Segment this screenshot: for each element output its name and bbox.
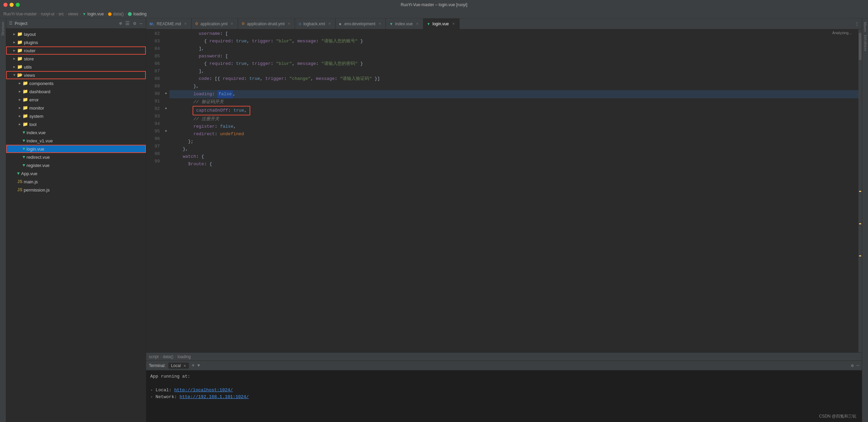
vue-file-icon-index: ▼ (23, 130, 25, 135)
code-line-93: // 注册开关 (169, 115, 858, 123)
maximize-button[interactable] (16, 3, 20, 7)
folder-icon-store: 📁 (17, 56, 23, 61)
terminal-tab-local[interactable]: Local ✕ (168, 363, 189, 369)
tree-arrow-tool: ▶ (17, 122, 23, 126)
tab-close-index-vue[interactable]: ✕ (415, 22, 420, 26)
tab-close-application-druid[interactable]: ✕ (286, 22, 291, 26)
tree-label-redirect-vue: redirect.vue (27, 155, 50, 160)
tree-item-permission-js[interactable]: JS permission.js (6, 186, 146, 194)
breadcrumb-loading[interactable]: loading (133, 12, 146, 16)
maven-label[interactable]: Maven (863, 22, 867, 32)
tree-label-views: views (24, 73, 35, 78)
gutter-91 (163, 97, 169, 104)
terminal-line-network: - Network: http://192.168.1.101:1024/ (150, 394, 858, 400)
breadcrumb-views[interactable]: views (68, 12, 78, 16)
project-panel-expand-icon[interactable]: ☰ (9, 21, 13, 26)
tree-item-utils[interactable]: ▶ 📁 utils (6, 63, 146, 71)
tree-label-main-js: main.js (24, 179, 38, 184)
editor-scrollbar[interactable] (858, 29, 862, 352)
tree-arrow-system: ▶ (17, 114, 23, 118)
tree-label-dashboard: dashboard (29, 89, 50, 94)
tree-item-tool[interactable]: ▶ 📁 tool (6, 120, 146, 128)
tree-item-layout[interactable]: ▶ 📁 layout (6, 30, 146, 38)
tab-readme[interactable]: M↓ README.md ✕ (146, 18, 192, 29)
gutter-86 (163, 59, 169, 67)
status-breadcrumb-script: script (149, 354, 159, 359)
structure-label[interactable]: Structure (1, 22, 5, 36)
tab-more-button[interactable]: ⋮ (852, 21, 862, 27)
code-line-95: redirect: undefined (169, 130, 858, 138)
vue-file-icon-register: ▼ (23, 163, 25, 168)
tree-item-login-vue[interactable]: ▼ login.vue (6, 145, 146, 153)
editor-content[interactable]: Analyzing... 82 83 84 85 86 87 88 89 90 … (146, 29, 862, 352)
tree-item-components[interactable]: ▶ 📁 components (6, 79, 146, 87)
terminal-tab-close[interactable]: ✕ (183, 364, 186, 368)
code-line-86: { required: true, trigger: "blur", messa… (169, 60, 858, 68)
tree-item-error[interactable]: ▶ 📁 error (6, 96, 146, 104)
code-line-88: code: [{ required: true, trigger: "chang… (169, 75, 858, 83)
breadcrumb-login-vue[interactable]: login.vue (87, 12, 104, 16)
terminal-add-button[interactable]: + (192, 363, 195, 369)
panel-close-btn[interactable]: — (139, 20, 143, 27)
gutter-85 (163, 52, 169, 59)
tree-item-system[interactable]: ▶ 📁 system (6, 112, 146, 120)
tree-item-main-js[interactable]: JS main.js (6, 178, 146, 186)
panel-locate-btn[interactable]: ⊕ (118, 20, 123, 27)
tree-item-redirect-vue[interactable]: ▼ redirect.vue (6, 153, 146, 161)
tree-arrow-router: ▶ (12, 48, 17, 53)
tree-item-plugins[interactable]: ▶ 📁 plugins (6, 38, 146, 46)
analyzing-badge: Analyzing... (832, 31, 852, 35)
tab-label-application-druid: application-druid.yml (247, 22, 284, 26)
captcha-red-box: captchaOnOff: true, (193, 106, 250, 115)
minimize-button[interactable] (10, 3, 14, 7)
folder-icon-dashboard: 📁 (23, 89, 28, 94)
tree-item-monitor[interactable]: ▶ 📁 monitor (6, 104, 146, 112)
breadcrumb-data[interactable]: data() (113, 12, 124, 16)
tab-logback-xml[interactable]: ◇ logback.xml ✕ (295, 18, 335, 29)
breadcrumb-src[interactable]: src (58, 12, 64, 16)
terminal-arrow-button[interactable]: ▼ (197, 363, 200, 368)
terminal-network-url[interactable]: http://192.168.1.101:1024/ (180, 394, 249, 399)
terminal-settings-icon[interactable]: ⚙ (851, 363, 854, 368)
tree-item-views[interactable]: ▼ 📂 views (6, 71, 146, 79)
terminal-local-url[interactable]: http://localhost:1024/ (174, 388, 233, 393)
tab-label-index-vue: index.vue (395, 22, 412, 26)
panel-collapse-btn[interactable]: ☰ (125, 20, 130, 27)
tree-item-app-vue[interactable]: ▼ App.vue (6, 169, 146, 178)
tree-item-index-v1-vue[interactable]: ▼ index_v1.vue (6, 137, 146, 145)
status-breadcrumb: script › data() › loading (146, 352, 862, 361)
tree-item-register-vue[interactable]: ▼ register.vue (6, 161, 146, 169)
code-line-96: }; (169, 138, 858, 145)
tree-item-dashboard[interactable]: ▶ 📁 dashboard (6, 87, 146, 96)
code-editor[interactable]: username: [ { required: true, trigger: "… (169, 29, 858, 352)
tab-label-readme: README.md (157, 22, 181, 26)
terminal-line-1: App running at: (150, 373, 858, 380)
gutter-98 (163, 150, 169, 157)
breadcrumb-ruoyi-ui[interactable]: ruoyi-ui (41, 12, 54, 16)
folder-icon-error: 📁 (23, 97, 28, 102)
tab-close-logback[interactable]: ✕ (327, 22, 332, 26)
database-label[interactable]: Database (863, 35, 867, 51)
panel-settings-btn[interactable]: ⚙ (132, 20, 137, 27)
tree-item-router[interactable]: ▶ 📁 router (6, 46, 146, 55)
tree-item-store[interactable]: ▶ 📁 store (6, 55, 146, 63)
terminal-minimize-icon[interactable]: — (856, 363, 859, 368)
tab-close-application-yml[interactable]: ✕ (229, 22, 234, 26)
gutter-87 (163, 67, 169, 74)
tab-close-login-vue[interactable]: ✕ (451, 22, 456, 26)
tree-item-index-vue[interactable]: ▼ index.vue (6, 128, 146, 137)
tab-application-yml[interactable]: ⚙ application.yml ✕ (192, 18, 238, 29)
tab-close-env[interactable]: ✕ (377, 22, 382, 26)
tree-label-layout: layout (24, 32, 36, 37)
tab-env-development[interactable]: ■ .env.development ✕ (336, 18, 386, 29)
close-button[interactable] (3, 3, 8, 7)
js-file-icon-main: JS (17, 179, 23, 184)
breadcrumb-root[interactable]: RuoYi-Vue-master (3, 12, 37, 16)
tab-close-readme[interactable]: ✕ (183, 22, 188, 26)
editor-panel: Analyzing... 82 83 84 85 86 87 88 89 90 … (146, 29, 862, 361)
tab-login-vue[interactable]: ▼ login.vue ✕ (423, 18, 460, 29)
scrollbar-thumb (859, 33, 862, 60)
tab-application-druid-yml[interactable]: ⚙ application-druid.yml ✕ (238, 18, 295, 29)
folder-icon-components: 📁 (23, 81, 28, 86)
tab-index-vue[interactable]: ▼ index.vue ✕ (386, 18, 423, 29)
